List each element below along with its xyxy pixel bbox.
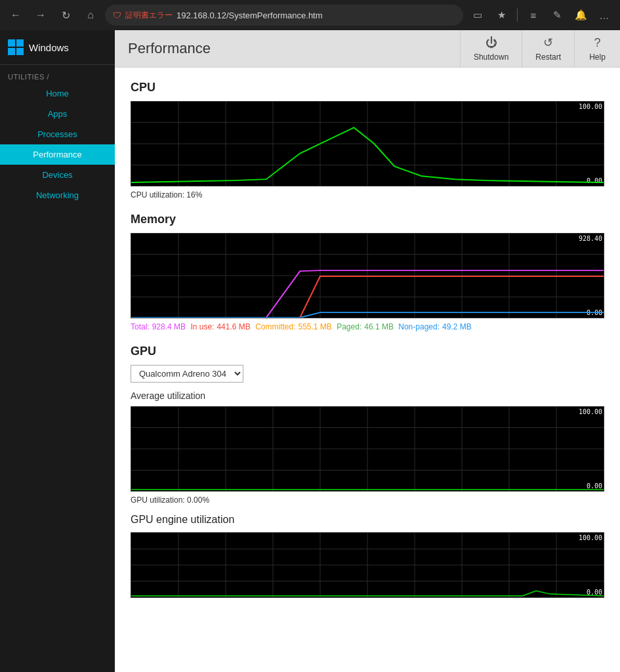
back-button[interactable]: ← [5, 5, 26, 26]
browser-toolbar: ← → ↻ ⌂ 🛡 証明書エラー 192.168.0.12/SystemPerf… [0, 0, 620, 30]
memory-committed-value: 555.1 MB [298, 322, 331, 331]
gpu-engine-chart-svg [131, 533, 604, 597]
shutdown-button[interactable]: ⏻ Shutdown [460, 30, 522, 67]
security-error-text: 証明書エラー [125, 10, 173, 21]
sidebar-item-networking[interactable]: Networking [0, 185, 115, 205]
cpu-section-heading: CPU [131, 81, 604, 94]
sidebar-item-processes[interactable]: Processes [0, 124, 115, 144]
gpu-avg-chart-svg [131, 407, 604, 491]
windows-logo-icon [8, 39, 24, 55]
memory-total-value: 928.4 MB [152, 322, 186, 331]
memory-nonpaged-value: 49.2 MB [442, 322, 472, 331]
sidebar-brand-title: Windows [29, 42, 69, 53]
memory-paged-label: Paged: [335, 322, 362, 331]
sidebar-item-devices[interactable]: Devices [0, 165, 115, 185]
avg-util-label: Average utilization [131, 390, 604, 401]
favorites-button[interactable]: ★ [491, 5, 512, 26]
main-layout: Windows UTILITIES / Home Apps Processes … [0, 30, 620, 672]
notifications-button[interactable]: 🔔 [570, 5, 591, 26]
cpu-chart: 100.00 0.00 [131, 101, 604, 186]
gpu-section-heading: GPU [131, 345, 604, 358]
memory-total-label: Total: [131, 322, 150, 331]
gpu-dropdown[interactable]: Qualcomm Adreno 304 [131, 365, 243, 383]
gpu-engine-heading: GPU engine utilization [131, 514, 604, 526]
sidebar-item-home[interactable]: Home [0, 83, 115, 104]
top-bar: Performance ⏻ Shutdown ↺ Restart ? Help [115, 30, 620, 68]
page-title: Performance [128, 40, 211, 57]
memory-section-heading: Memory [131, 213, 604, 226]
pen-button[interactable]: ✎ [547, 5, 568, 26]
sidebar-logo: Windows [0, 30, 115, 65]
gpu-engine-chart: 100.00 0.00 [131, 532, 604, 598]
shutdown-icon: ⏻ [486, 36, 497, 50]
restart-label: Restart [535, 52, 561, 62]
page-content[interactable]: CPU 100.00 0.00 [115, 68, 620, 672]
address-bar[interactable]: 🛡 証明書エラー 192.168.0.12/SystemPerformance.… [105, 5, 463, 26]
memory-committed-label: Committed: [253, 322, 296, 331]
restart-icon: ↺ [543, 35, 553, 50]
memory-inuse-label: In use: [188, 322, 214, 331]
memory-nonpaged-label: Non-paged: [396, 322, 440, 331]
sidebar-section-label: UTILITIES / [0, 65, 115, 83]
top-actions: ⏻ Shutdown ↺ Restart ? Help [460, 30, 620, 67]
memory-chart-svg [131, 234, 604, 318]
url-text: 192.168.0.12/SystemPerformance.htm [176, 10, 323, 20]
sidebar-item-apps[interactable]: Apps [0, 104, 115, 124]
shutdown-label: Shutdown [474, 52, 508, 62]
security-icon: 🛡 [113, 10, 121, 20]
memory-inuse-value: 441.6 MB [217, 322, 250, 331]
home-button[interactable]: ⌂ [80, 5, 101, 26]
help-label: Help [589, 52, 606, 62]
help-icon: ? [594, 36, 600, 50]
memory-chart: 928.40 0.00 [131, 233, 604, 318]
cpu-chart-svg [131, 102, 604, 186]
reload-button[interactable]: ↻ [55, 5, 76, 26]
memory-stats: Total: 928.4 MB In use: 441.6 MB Committ… [131, 322, 604, 331]
memory-paged-value: 46.1 MB [364, 322, 394, 331]
browser-action-buttons: ▭ ★ ≡ ✎ 🔔 … [467, 5, 615, 26]
page-title-area: Performance [115, 30, 460, 67]
more-button[interactable]: … [594, 5, 615, 26]
sidebar-navigation: Home Apps Processes Performance Devices … [0, 83, 115, 205]
reader-view-button[interactable]: ▭ [467, 5, 488, 26]
menu-button[interactable]: ≡ [523, 5, 544, 26]
forward-button[interactable]: → [30, 5, 51, 26]
gpu-avg-chart: 100.00 0.00 [131, 406, 604, 492]
content-area: Performance ⏻ Shutdown ↺ Restart ? Help [115, 30, 620, 672]
cpu-utilization-text: CPU utilization: 16% [131, 190, 604, 200]
sidebar: Windows UTILITIES / Home Apps Processes … [0, 30, 115, 672]
help-button[interactable]: ? Help [574, 30, 620, 67]
sidebar-item-performance[interactable]: Performance [0, 144, 115, 165]
restart-button[interactable]: ↺ Restart [522, 30, 574, 67]
gpu-utilization-text: GPU utilization: 0.00% [131, 495, 604, 505]
toolbar-divider [517, 9, 518, 22]
